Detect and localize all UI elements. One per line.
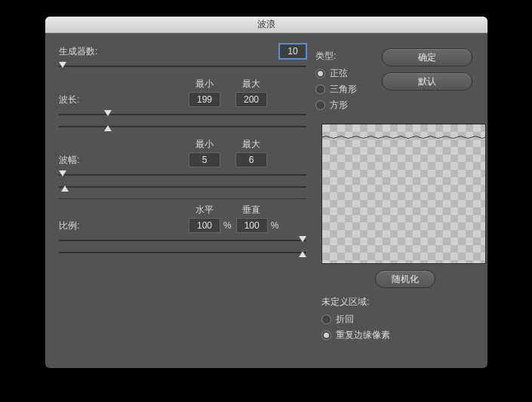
wavelength-min-input[interactable]	[189, 92, 220, 107]
wavelength-label: 波长:	[59, 94, 110, 106]
wavelength-max-input[interactable]	[235, 92, 267, 107]
type-square[interactable]: 方形	[315, 99, 376, 112]
max-header: 最大	[235, 78, 267, 91]
radio-icon	[315, 84, 325, 94]
scale-v-header: 垂直	[235, 204, 267, 216]
radio-icon	[315, 69, 325, 78]
undef-wrap[interactable]: 折回	[321, 313, 487, 326]
type-label: 类型:	[315, 50, 376, 63]
radio-icon	[315, 100, 325, 110]
scale-h-slider[interactable]	[59, 235, 306, 246]
wave-preview-line	[322, 131, 485, 136]
ok-button[interactable]: 确定	[382, 48, 472, 66]
preview	[321, 124, 486, 264]
scale-label: 比例:	[59, 219, 110, 232]
amplitude-min-slider[interactable]	[59, 170, 306, 180]
generators-input[interactable]	[279, 44, 306, 59]
amplitude-label: 波幅:	[59, 154, 110, 167]
undefined-label: 未定义区域:	[321, 296, 487, 308]
type-triangle[interactable]: 三角形	[315, 83, 376, 96]
min-header: 最小	[189, 78, 220, 91]
amplitude-max-input[interactable]	[235, 152, 267, 167]
generators-label: 生成器数:	[59, 45, 110, 58]
generators-slider[interactable]	[59, 61, 306, 72]
window-title: 波浪	[257, 18, 275, 31]
amplitude-min-input[interactable]	[189, 152, 220, 167]
wave-dialog: 波浪 生成器数: 最小 最大 波长:	[45, 17, 487, 368]
scale-h-header: 水平	[189, 204, 220, 216]
min-header2: 最小	[189, 138, 220, 151]
default-button[interactable]: 默认	[382, 72, 472, 91]
type-sine[interactable]: 正弦	[315, 67, 376, 80]
randomize-button[interactable]: 随机化	[375, 270, 435, 288]
scale-v-input[interactable]	[236, 218, 268, 233]
pct2: %	[271, 220, 279, 231]
scale-v-slider[interactable]	[59, 247, 306, 258]
wavelength-max-slider[interactable]	[59, 121, 306, 132]
scale-h-input[interactable]	[189, 218, 220, 233]
amplitude-max-slider[interactable]	[59, 182, 306, 192]
radio-icon	[321, 330, 331, 340]
wavelength-min-slider[interactable]	[59, 109, 306, 120]
radio-icon	[321, 315, 331, 324]
max-header2: 最大	[235, 138, 267, 151]
pct1: %	[223, 220, 232, 231]
titlebar[interactable]: 波浪	[45, 17, 487, 33]
undef-repeat[interactable]: 重复边缘像素	[321, 329, 487, 342]
